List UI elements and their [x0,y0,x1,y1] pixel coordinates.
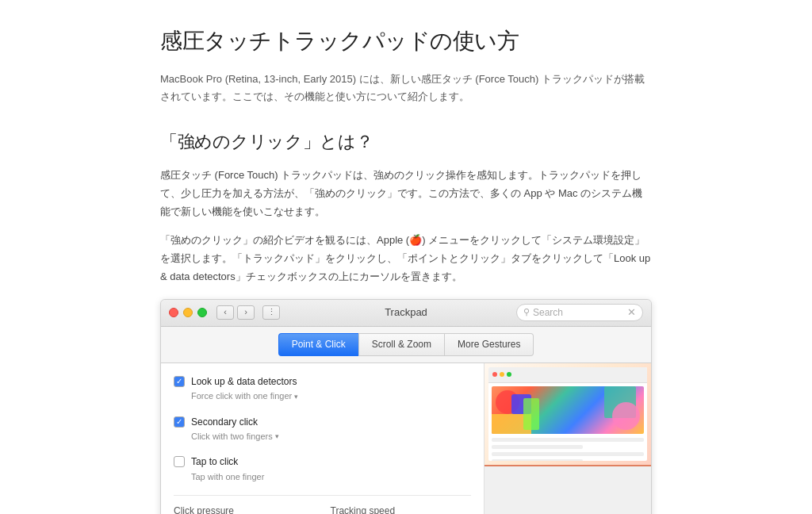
tracking-speed-label: Tracking speed [331,504,472,514]
tabs-bar: Point & Click Scroll & Zoom More Gesture… [161,327,651,363]
option-sub-secondary: Click with two fingers ▾ [191,430,279,444]
mockup-line-4 [492,459,583,461]
click-pressure-label: Click pressure [174,504,315,514]
option-text-tap: Tap to click Tap with one finger [191,455,264,484]
titlebar: ‹ › ⋮ Trackpad ⚲ Search ✕ [161,300,651,327]
option-label-secondary: Secondary click [191,415,279,430]
website-mockup [488,367,647,461]
pref-left-panel: ✓ Look up & data detectors Force click w… [161,363,485,514]
tracking-speed-group: Tracking speed Slow Fast [331,504,472,514]
option-sub-lookup: Force click with one finger ▾ [191,389,298,404]
pref-right-panel [485,363,651,514]
mockup-header [488,367,647,383]
mockup-dot-green [507,372,511,377]
forward-button[interactable]: › [237,305,255,320]
mockup-line-3 [492,452,644,456]
option-row-tap: Tap to click Tap with one finger [174,455,471,484]
option-text-lookup: Look up & data detectors Force click wit… [191,374,298,404]
mockup-content [488,383,647,461]
titlebar-nav: ‹ › ⋮ [216,305,280,320]
back-button[interactable]: ‹ [216,305,234,320]
traffic-lights [169,308,207,317]
option-row-secondary: ✓ Secondary click Click with two fingers… [174,415,471,444]
mockup-line-1 [492,438,644,442]
section-title: 「強めのクリック」とは？ [160,128,652,155]
fullscreen-button[interactable] [197,308,207,317]
mockup-line-2 [492,445,583,449]
checkmark-icon: ✓ [176,378,182,386]
page-wrapper: 感圧タッチトラックパッドの使い方 MacBook Pro (Retina, 13… [128,0,684,514]
tab-more-gestures[interactable]: More Gestures [445,333,534,356]
mockup-dot-yellow [500,372,504,377]
option-label-lookup: Look up & data detectors [191,374,298,389]
checkbox-lookup[interactable]: ✓ [174,376,185,387]
checkbox-secondary[interactable]: ✓ [174,416,185,428]
close-button[interactable] [169,308,178,317]
intro-text: MacBook Pro (Retina, 13-inch, Early 2015… [160,71,652,105]
option-text-secondary: Secondary click Click with two fingers ▾ [191,415,279,444]
sliders-section: Click pressure Light Medium Firm Trackin… [174,495,471,514]
search-icon: ⚲ [523,305,530,320]
search-clear-icon[interactable]: ✕ [627,305,636,321]
tab-scroll-zoom[interactable]: Scroll & Zoom [358,333,445,356]
mockup-dot-red [492,372,497,377]
window-title: Trackpad [385,305,427,321]
page-title: 感圧タッチトラックパッドの使い方 [160,24,652,59]
preview-top [485,363,651,466]
mockup-image [492,386,644,434]
dropdown-arrow-icon-2[interactable]: ▾ [275,431,279,442]
option-label-tap: Tap to click [191,455,264,470]
screenshot-wrapper: ‹ › ⋮ Trackpad ⚲ Search ✕ Point & Click … [160,299,652,514]
checkbox-tap[interactable] [174,456,185,467]
grid-button[interactable]: ⋮ [262,305,280,320]
checkmark-icon-2: ✓ [176,418,182,426]
click-pressure-group: Click pressure Light Medium Firm [174,504,315,514]
search-box[interactable]: ⚲ Search ✕ [516,304,643,321]
option-row-lookup: ✓ Look up & data detectors Force click w… [174,374,471,404]
option-sub-tap: Tap with one finger [191,470,264,485]
body-text-2: 「強めのクリック」の紹介ビデオを観るには、Apple (🍎) メニューをクリック… [160,232,652,286]
search-placeholder: Search [533,305,627,320]
tab-point-click[interactable]: Point & Click [278,333,358,356]
body-text-1: 感圧タッチ (Force Touch) トラックパッドは、強めのクリック操作を感… [160,167,652,221]
pref-content: ✓ Look up & data detectors Force click w… [161,363,651,514]
dropdown-arrow-icon[interactable]: ▾ [294,391,298,402]
minimize-button[interactable] [183,308,193,317]
